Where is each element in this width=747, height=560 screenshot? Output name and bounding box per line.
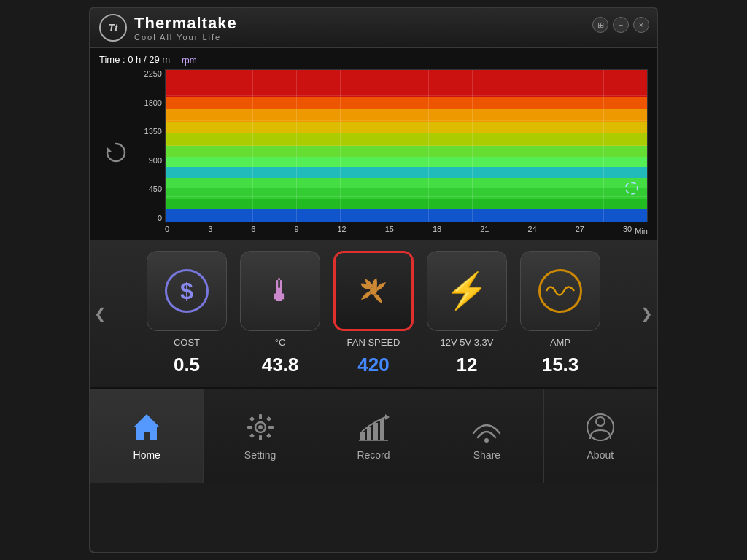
brand-tagline: Cool All Your Life [134, 33, 237, 42]
svg-point-4 [258, 425, 263, 429]
svg-point-20 [587, 414, 614, 440]
x-label-27: 27 [576, 225, 584, 236]
metric-cost[interactable]: $ COST 0.5 [147, 251, 227, 376]
nav-share-label: Share [473, 449, 500, 461]
grid-button[interactable]: ⊞ [592, 17, 608, 33]
fan-icon [350, 268, 398, 315]
record-icon [357, 411, 390, 443]
time-label: Time : 0 h / 29 m [99, 54, 170, 65]
chart-section: Time : 0 h / 29 m rpm 2250 1800 1350 [90, 48, 657, 238]
voltage-label: 12V 5V 3.3V [441, 337, 494, 348]
window-controls: ⊞ − × [592, 17, 649, 33]
amp-icon-box [520, 251, 600, 331]
x-label-21: 21 [480, 225, 489, 236]
x-label-9: 9 [294, 225, 298, 236]
amp-value: 15.3 [542, 354, 579, 376]
y-label-2250: 2250 [132, 69, 162, 78]
nav-setting[interactable]: Setting [204, 389, 317, 483]
amp-label: AMP [550, 337, 570, 348]
refresh-button[interactable] [99, 69, 132, 236]
fanspeed-value: 420 [357, 354, 389, 376]
cost-label: COST [174, 337, 200, 348]
svg-marker-2 [133, 414, 160, 440]
temp-label: °C [275, 337, 286, 348]
x-label-6: 6 [251, 225, 255, 236]
thermometer-icon: 🌡 [265, 273, 295, 308]
x-label-3: 3 [208, 225, 212, 236]
h-grid [166, 70, 647, 222]
svg-point-19 [484, 438, 489, 443]
svg-rect-5 [259, 414, 262, 419]
rpm-axis-label: rpm [182, 55, 197, 66]
temp-icon-box: 🌡 [240, 251, 320, 331]
x-label-0: 0 [165, 225, 169, 236]
svg-rect-6 [259, 435, 262, 440]
nav-home[interactable]: Home [90, 389, 204, 483]
svg-point-21 [596, 417, 605, 426]
x-label-15: 15 [385, 225, 394, 236]
cost-value: 0.5 [174, 354, 200, 376]
svg-rect-12 [266, 433, 271, 438]
voltage-icon-box: ⚡ [427, 251, 507, 331]
x-label-18: 18 [433, 225, 441, 236]
nav-share[interactable]: Share [430, 389, 543, 483]
share-icon [471, 411, 503, 443]
lightning-icon: ⚡ [445, 271, 489, 311]
logo-area: Tt Thermaltake Cool All Your Life [99, 14, 237, 42]
metric-fanspeed[interactable]: FAN SPEED 420 [333, 251, 414, 376]
minimize-button[interactable]: − [613, 17, 629, 33]
metrics-row: $ COST 0.5 🌡 °C 43.8 [98, 251, 649, 376]
nav-home-label: Home [133, 449, 160, 461]
metric-amp[interactable]: AMP 15.3 [520, 251, 600, 376]
brand-text: Thermaltake Cool All Your Life [134, 14, 237, 42]
brand-name: Thermaltake [134, 14, 237, 33]
nav-about-label: About [587, 449, 614, 461]
nav-record-label: Record [357, 449, 390, 461]
svg-rect-10 [266, 416, 271, 421]
voltage-value: 12 [457, 354, 478, 376]
fanspeed-label: FAN SPEED [347, 337, 400, 348]
nav-right-button[interactable]: ❯ [640, 305, 653, 322]
svg-marker-17 [385, 414, 390, 420]
dollar-icon: $ [165, 269, 209, 313]
svg-rect-13 [360, 432, 365, 440]
fanspeed-icon-box [333, 251, 414, 331]
nav-left-button[interactable]: ❮ [94, 305, 107, 322]
bottom-nav: Home Setting [90, 389, 657, 483]
y-label-0: 0 [132, 214, 162, 222]
x-label-24: 24 [528, 225, 537, 236]
refresh-icon [104, 140, 128, 165]
svg-rect-14 [367, 427, 371, 440]
nav-record[interactable]: Record [317, 389, 430, 483]
y-label-450: 450 [132, 184, 162, 193]
y-label-1800: 1800 [132, 98, 162, 107]
y-label-900: 900 [132, 156, 162, 165]
x-unit-label: Min [635, 225, 648, 236]
logo-icon: Tt [99, 14, 127, 42]
app-window: Tt Thermaltake Cool All Your Life ⊞ − × … [89, 7, 658, 553]
svg-rect-16 [380, 419, 384, 440]
title-bar: Tt Thermaltake Cool All Your Life ⊞ − × [90, 8, 657, 48]
close-button[interactable]: × [633, 17, 649, 33]
x-label-12: 12 [338, 225, 347, 236]
metrics-section: ❮ ❯ $ COST 0.5 🌡 °C 43.8 [90, 238, 657, 389]
y-label-1350: 1350 [132, 127, 162, 136]
metric-temp[interactable]: 🌡 °C 43.8 [240, 251, 320, 376]
svg-rect-8 [268, 426, 274, 429]
about-icon [584, 411, 616, 443]
amp-icon [538, 269, 582, 313]
nav-setting-label: Setting [244, 449, 276, 461]
metric-voltage[interactable]: ⚡ 12V 5V 3.3V 12 [427, 251, 507, 376]
home-icon [131, 411, 163, 443]
setting-icon [244, 411, 276, 443]
cost-icon-box: $ [147, 251, 227, 331]
x-axis: 0 3 6 9 12 15 18 21 24 27 30 Min [132, 225, 648, 236]
data-point-indicator [625, 182, 638, 195]
temp-value: 43.8 [262, 354, 299, 376]
svg-rect-15 [374, 423, 378, 440]
svg-rect-7 [247, 426, 252, 429]
x-label-30: 30 [623, 225, 632, 236]
svg-rect-11 [249, 433, 255, 438]
nav-about[interactable]: About [544, 389, 657, 483]
svg-marker-0 [107, 147, 112, 152]
